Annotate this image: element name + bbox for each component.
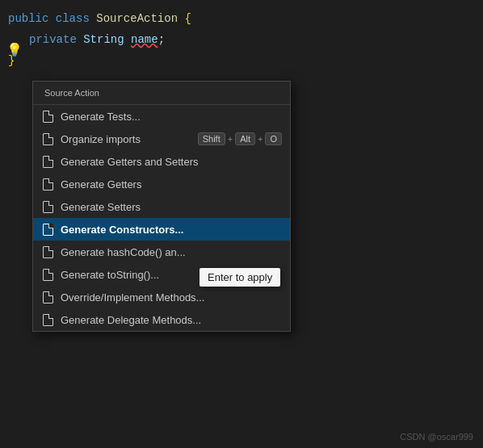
- footer-credit: CSDN @oscar999: [400, 432, 473, 442]
- menu-item-label: Generate Getters and Setters: [61, 156, 282, 168]
- menu-item-label: Generate Setters: [61, 201, 282, 213]
- key-alt: Alt: [235, 132, 255, 145]
- enter-to-apply-tooltip: Enter to apply: [200, 268, 280, 287]
- menu-item-generate-hashcode[interactable]: Generate hashCode() an...: [33, 241, 290, 263]
- source-action-menu: Source Action Generate Tests... Organize…: [32, 81, 291, 332]
- menu-item-label: Generate hashCode() an...: [61, 246, 282, 258]
- file-icon-getters-setters: [41, 155, 54, 168]
- class-name: SourceAction: [96, 12, 184, 25]
- file-icon-constructors: [41, 223, 54, 236]
- menu-item-generate-setters[interactable]: Generate Setters: [33, 195, 290, 218]
- code-line-1: public class SourceAction {: [0, 8, 483, 29]
- menu-item-label: Generate Tests...: [61, 111, 282, 123]
- keyword-class: class: [56, 12, 96, 25]
- file-icon-generate-tests: [41, 110, 54, 123]
- menu-header: Source Action: [33, 82, 290, 105]
- file-icon-organize-imports: [41, 132, 54, 145]
- var-name: name: [131, 33, 158, 46]
- menu-item-generate-tests[interactable]: Generate Tests...: [33, 105, 290, 128]
- file-icon-override: [41, 291, 54, 304]
- menu-item-label: Organize imports: [61, 133, 191, 145]
- lightbulb-icon[interactable]: 💡: [6, 42, 23, 58]
- type-string: String: [83, 33, 131, 46]
- file-icon-setters: [41, 200, 54, 213]
- menu-item-generate-delegate[interactable]: Generate Delegate Methods...: [33, 308, 290, 331]
- code-line-2: private String name;: [0, 29, 483, 50]
- file-icon-getters: [41, 178, 54, 191]
- file-icon-tostring: [41, 268, 54, 281]
- menu-item-label: Generate Getters: [61, 178, 282, 191]
- code-area: public class SourceAction { private Stri…: [0, 0, 483, 79]
- keyword-public: public: [8, 12, 56, 25]
- code-line-3: }: [0, 50, 483, 71]
- keyword-private: private: [29, 33, 83, 46]
- key-plus-2: +: [258, 134, 262, 144]
- menu-item-generate-getters[interactable]: Generate Getters: [33, 173, 290, 195]
- menu-item-override-implement[interactable]: Override/Implement Methods...: [33, 286, 290, 308]
- menu-item-label: Generate Constructors...: [61, 224, 282, 236]
- menu-item-label: Override/Implement Methods...: [61, 291, 282, 304]
- menu-item-label: Generate Delegate Methods...: [61, 314, 282, 326]
- menu-item-generate-constructors[interactable]: Generate Constructors...: [33, 218, 290, 241]
- key-o: O: [265, 132, 282, 145]
- open-brace: {: [184, 12, 191, 25]
- menu-item-generate-getters-setters[interactable]: Generate Getters and Setters: [33, 150, 290, 173]
- file-icon-delegate: [41, 313, 54, 326]
- key-plus-1: +: [228, 134, 233, 144]
- semicolon: ;: [158, 33, 165, 46]
- file-icon-hashcode: [41, 245, 54, 258]
- shortcut-organize-imports: Shift + Alt + O: [198, 132, 282, 145]
- key-shift: Shift: [198, 132, 225, 145]
- menu-item-organize-imports[interactable]: Organize imports Shift + Alt + O: [33, 128, 290, 150]
